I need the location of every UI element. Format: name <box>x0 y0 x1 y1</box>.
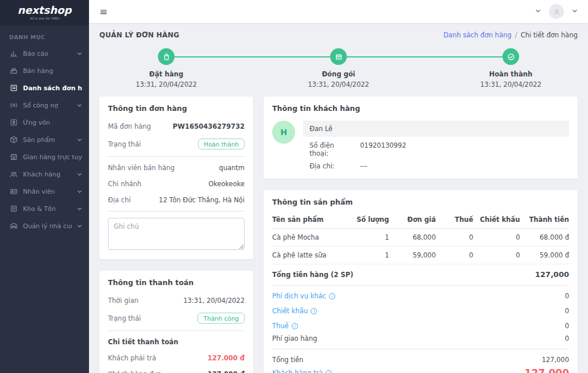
supplier-icon <box>9 222 18 230</box>
main-area: ≡ QUẢN LÝ ĐƠN HÀNG Danh sách đơn hàng / … <box>89 0 588 373</box>
customer-phone-label: Số điện thoại: <box>310 141 354 157</box>
chevron-down-icon <box>77 206 82 212</box>
info-icon[interactable]: i <box>311 308 317 314</box>
sidebar-item-label: Ứng vốn <box>23 119 50 126</box>
right-column: Thông tin khách hàng H Đan Lê Số điện th… <box>264 97 578 373</box>
breadcrumb-parent-link[interactable]: Danh sách đơn hàng <box>443 31 512 39</box>
sidebar: nextshop All in one for SMEs DANH MỤC Bá… <box>0 0 89 373</box>
page-head: QUẢN LÝ ĐƠN HÀNG Danh sách đơn hàng / Ch… <box>99 23 578 41</box>
customer-given-value: 127.000 đ <box>207 370 245 373</box>
breadcrumb-separator: / <box>515 31 517 39</box>
customers-icon <box>9 170 18 179</box>
chevron-down-icon <box>77 137 82 143</box>
cell-line-total: 59.000 đ <box>520 251 569 259</box>
must-pay-value: 127.000 đ <box>207 354 245 362</box>
sidebar-item-ung-von[interactable]: Ứng vốn <box>0 114 89 131</box>
user-avatar[interactable] <box>549 4 564 19</box>
payment-info-card: Thông tin thanh toán Thời gian 13:31, 20… <box>99 271 253 373</box>
step-label: Đặt hàng <box>149 70 183 78</box>
info-icon[interactable]: i <box>292 323 298 329</box>
total-value: 127,000 <box>541 356 569 364</box>
product-info-title: Thông tin sản phẩm <box>272 198 569 206</box>
breadcrumb-current: Chi tiết đơn hàng <box>521 31 578 39</box>
sidebar-item-kho-ton[interactable]: Kho & Tồn <box>0 200 89 217</box>
sidebar-item-san-pham[interactable]: Sản phẩm <box>0 131 89 148</box>
order-address-label: Địa chỉ <box>108 196 131 204</box>
sidebar-item-nhan-vien[interactable]: Nhân viên <box>0 183 89 200</box>
col-header: Thuế <box>436 216 473 224</box>
step-time: 13:31, 20/04/2022 <box>136 80 197 89</box>
cell-tax: 0 <box>436 251 473 259</box>
customer-phone-row: Số điện thoại: 01920130992 <box>303 137 569 157</box>
order-note-input[interactable] <box>108 218 245 250</box>
sidebar-item-khach-hang[interactable]: Khách hàng <box>0 166 89 183</box>
chevron-down-icon[interactable] <box>535 7 541 16</box>
customer-avatar: H <box>272 121 295 144</box>
chevron-down-icon[interactable] <box>572 7 578 16</box>
sidebar-item-danh-sach-don-hang[interactable]: Danh sách đơn hàng <box>0 79 89 97</box>
staff-icon <box>9 187 18 196</box>
service-fee-label[interactable]: Phí dịch vụ khác i <box>272 292 335 300</box>
customer-paid-row: Khách hàng trả i 127,000 <box>272 367 569 373</box>
shipping-fee-value: 0 <box>565 334 569 343</box>
total-row: Tổng tiền 127,000 <box>272 352 569 367</box>
info-icon[interactable]: i <box>326 370 332 373</box>
discount-label[interactable]: Chiết khấu i <box>272 307 317 315</box>
table-row: Cà phê Mocha 1 68,000 0 0 68.000 đ <box>272 229 569 247</box>
customer-name: Đan Lê <box>303 121 569 137</box>
sidebar-item-label: Kho & Tồn <box>23 205 56 213</box>
customer-address-label: Địa chỉ: <box>310 162 354 170</box>
divider <box>272 285 569 286</box>
order-placed-icon <box>158 48 175 65</box>
sidebar-item-bao-cao[interactable]: Báo cáo <box>0 45 89 62</box>
sidebar-item-label: Báo cáo <box>23 50 48 57</box>
cell-line-total: 68.000 đ <box>520 233 569 241</box>
payment-info-title: Thông tin thanh toán <box>108 278 245 287</box>
shipping-fee-label: Phí giao hàng <box>272 334 317 343</box>
sidebar-item-so-cong-no[interactable]: Sổ công nợ <box>0 97 89 114</box>
cell-unit-price: 59,000 <box>389 251 436 259</box>
step-dat-hang: Đặt hàng 13:31, 20/04/2022 <box>103 48 230 89</box>
sidebar-item-quan-ly-nha-cung-cap[interactable]: Quản lý nhà cung cấp <box>0 217 89 234</box>
customer-info-card: Thông tin khách hàng H Đan Lê Số điện th… <box>264 97 578 179</box>
cell-product-name: Cà phê latte sữa <box>272 251 351 259</box>
sidebar-item-ban-hang[interactable]: Bán hàng <box>0 62 89 79</box>
payment-detail-title-row: Chi tiết thanh toán <box>108 334 245 350</box>
fee-label-text: Khách hàng trả <box>272 369 323 373</box>
brand-logo[interactable]: nextshop All in one for SMEs <box>0 0 89 25</box>
order-code-value: PW1650436279732 <box>173 122 245 130</box>
order-branch-value: Okeokeoke <box>208 180 245 188</box>
sidebar-item-label: Bán hàng <box>23 67 53 75</box>
payment-time-label: Thời gian <box>108 297 138 305</box>
tax-label[interactable]: Thuế i <box>272 322 298 330</box>
order-status-label: Trạng thái <box>108 140 141 148</box>
shipping-fee-row: Phí giao hàng 0 <box>272 333 569 346</box>
col-header: Chiết khấu <box>473 216 520 224</box>
info-icon[interactable]: i <box>329 293 335 299</box>
step-time: 13:31, 20/04/2022 <box>308 80 369 89</box>
chevron-down-icon <box>77 103 82 108</box>
cell-product-name: Cà phê Mocha <box>272 233 351 241</box>
sidebar-item-label: Nhân viên <box>23 188 55 195</box>
customer-paid-label[interactable]: Khách hàng trả i <box>272 369 332 373</box>
sidebar-item-gian-hang-truc-tuyen[interactable]: Gian hàng trực tuyến <box>0 148 89 166</box>
chevron-down-icon <box>77 172 82 177</box>
discount-row: Chiết khấu i 0 <box>272 303 569 318</box>
sidebar-item-label: Sản phẩm <box>23 136 55 144</box>
sidebar-item-label: Khách hàng <box>23 171 60 178</box>
payment-status-label: Trạng thái <box>108 314 141 322</box>
left-column: Thông tin đơn hàng Mã đơn hàng PW1650436… <box>99 97 253 373</box>
status-badge: Hoàn thành <box>198 139 245 149</box>
topbar: ≡ <box>89 0 588 23</box>
subtotal-row: Tổng tiền hàng (2 SP) 127,000 <box>272 264 569 282</box>
package-icon <box>330 48 347 65</box>
sidebar-item-label: Quản lý nhà cung cấp <box>23 222 72 230</box>
product-box-icon <box>9 136 18 144</box>
subtotal-value: 127,000 <box>535 270 569 279</box>
divider <box>108 211 245 212</box>
sidebar-item-label: Sổ công nợ <box>23 102 58 109</box>
step-dong-goi: Đóng gói 13:31, 20/04/2022 <box>276 48 402 89</box>
brand-name: nextshop <box>17 5 71 16</box>
tax-row: Thuế i 0 <box>272 318 569 333</box>
hamburger-menu-icon[interactable]: ≡ <box>99 7 107 17</box>
